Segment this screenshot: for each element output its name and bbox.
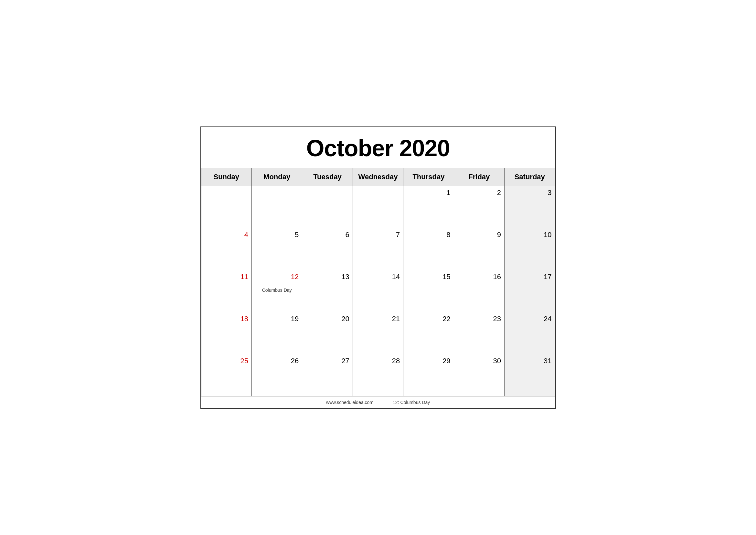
day-number: 2 xyxy=(457,188,501,197)
day-header-tuesday: Tuesday xyxy=(302,168,353,186)
calendar-cell: 29 xyxy=(403,354,454,396)
day-number: 6 xyxy=(306,231,349,239)
calendar-cell: 4 xyxy=(201,228,252,270)
calendar-cell: 9 xyxy=(454,228,504,270)
calendar-cell: 2 xyxy=(454,186,504,228)
week-row-5: 25262728293031 xyxy=(201,354,555,396)
holiday-label: Columbus Day xyxy=(255,288,299,293)
day-number: 14 xyxy=(356,273,400,281)
day-header-saturday: Saturday xyxy=(504,168,555,186)
day-number: 12 xyxy=(255,273,299,281)
day-number: 9 xyxy=(457,231,501,239)
calendar-cell: 20 xyxy=(302,312,353,354)
footer-note: 12: Columbus Day xyxy=(393,400,430,405)
day-header-thursday: Thursday xyxy=(403,168,454,186)
day-number: 16 xyxy=(457,273,501,281)
day-headers-row: SundayMondayTuesdayWednesdayThursdayFrid… xyxy=(201,168,555,186)
day-number: 1 xyxy=(407,188,450,197)
day-number: 5 xyxy=(255,231,299,239)
calendar-cell: 30 xyxy=(454,354,504,396)
footer-website: www.scheduleidea.com xyxy=(326,400,373,405)
day-header-wednesday: Wednesday xyxy=(353,168,403,186)
day-number: 30 xyxy=(457,357,501,365)
calendar-cell: 15 xyxy=(403,270,454,312)
calendar-cell: 5 xyxy=(252,228,302,270)
day-number: 13 xyxy=(306,273,349,281)
week-row-3: 1112Columbus Day1314151617 xyxy=(201,270,555,312)
day-number: 31 xyxy=(508,357,552,365)
day-number: 27 xyxy=(306,357,349,365)
day-number: 11 xyxy=(204,273,248,281)
calendar-cell: 13 xyxy=(302,270,353,312)
day-number: 17 xyxy=(508,273,552,281)
calendar-container: October 2020 SundayMondayTuesdayWednesda… xyxy=(201,127,556,409)
day-number: 19 xyxy=(255,315,299,323)
calendar-cell: 6 xyxy=(302,228,353,270)
day-number: 23 xyxy=(457,315,501,323)
day-number: 25 xyxy=(204,357,248,365)
day-number: 26 xyxy=(255,357,299,365)
calendar-footer: www.scheduleidea.com 12: Columbus Day xyxy=(201,396,555,408)
calendar-cell: 10 xyxy=(504,228,555,270)
calendar-cell: 27 xyxy=(302,354,353,396)
day-number: 10 xyxy=(508,231,552,239)
calendar-cell xyxy=(252,186,302,228)
week-row-4: 18192021222324 xyxy=(201,312,555,354)
day-number: 18 xyxy=(204,315,248,323)
day-number: 20 xyxy=(306,315,349,323)
calendar-cell: 22 xyxy=(403,312,454,354)
day-number: 21 xyxy=(356,315,400,323)
week-row-1: 123 xyxy=(201,186,555,228)
day-header-monday: Monday xyxy=(252,168,302,186)
calendar-cell xyxy=(353,186,403,228)
day-number: 7 xyxy=(356,231,400,239)
calendar-cell: 28 xyxy=(353,354,403,396)
calendar-grid: SundayMondayTuesdayWednesdayThursdayFrid… xyxy=(201,168,555,396)
day-number: 3 xyxy=(508,188,552,197)
calendar-cell: 21 xyxy=(353,312,403,354)
day-number: 8 xyxy=(407,231,450,239)
calendar-cell: 11 xyxy=(201,270,252,312)
day-number: 15 xyxy=(407,273,450,281)
calendar-title: October 2020 xyxy=(201,127,555,168)
week-row-2: 45678910 xyxy=(201,228,555,270)
calendar-cell: 14 xyxy=(353,270,403,312)
calendar-cell: 12Columbus Day xyxy=(252,270,302,312)
day-header-sunday: Sunday xyxy=(201,168,252,186)
calendar-cell: 25 xyxy=(201,354,252,396)
calendar-cell: 23 xyxy=(454,312,504,354)
day-header-friday: Friday xyxy=(454,168,504,186)
calendar-cell: 18 xyxy=(201,312,252,354)
calendar-cell: 16 xyxy=(454,270,504,312)
calendar-cell: 24 xyxy=(504,312,555,354)
calendar-cell xyxy=(302,186,353,228)
calendar-cell: 17 xyxy=(504,270,555,312)
calendar-cell: 31 xyxy=(504,354,555,396)
calendar-cell: 1 xyxy=(403,186,454,228)
calendar-cell: 3 xyxy=(504,186,555,228)
calendar-cell: 7 xyxy=(353,228,403,270)
calendar-cell: 19 xyxy=(252,312,302,354)
day-number: 24 xyxy=(508,315,552,323)
day-number: 22 xyxy=(407,315,450,323)
day-number: 29 xyxy=(407,357,450,365)
day-number: 28 xyxy=(356,357,400,365)
calendar-cell: 26 xyxy=(252,354,302,396)
calendar-cell xyxy=(201,186,252,228)
calendar-cell: 8 xyxy=(403,228,454,270)
day-number: 4 xyxy=(204,231,248,239)
